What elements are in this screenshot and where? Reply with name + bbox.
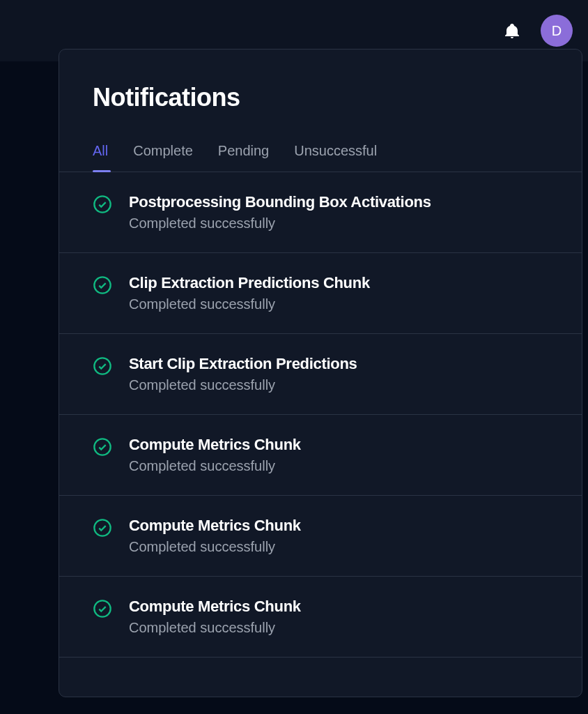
panel-header: Notifications [59,50,582,112]
panel-title: Notifications [93,83,548,112]
avatar-letter: D [552,23,562,39]
notification-title: Start Clip Extraction Predictions [129,355,357,373]
notification-subtitle: Completed successfully [129,458,301,474]
tab-label: Pending [218,143,269,158]
notification-item[interactable]: Compute Metrics Chunk Completed successf… [59,415,582,496]
notification-item[interactable]: Compute Metrics Chunk Completed successf… [59,577,582,658]
notification-title: Compute Metrics Chunk [129,517,301,535]
tabs: All Complete Pending Unsuccessful [59,143,582,172]
svg-point-0 [94,196,110,212]
notification-text: Postprocessing Bounding Box Activations … [129,193,431,231]
tab-all[interactable]: All [93,143,108,172]
tab-complete[interactable]: Complete [133,143,193,172]
notifications-panel: Notifications All Complete Pending Unsuc… [59,49,582,697]
bell-icon[interactable] [503,22,521,40]
check-circle-icon [93,437,112,457]
notification-subtitle: Completed successfully [129,296,370,312]
notification-title: Clip Extraction Predictions Chunk [129,274,370,292]
tab-label: All [93,143,108,158]
avatar[interactable]: D [541,15,573,47]
notification-text: Clip Extraction Predictions Chunk Comple… [129,274,370,312]
tab-unsuccessful[interactable]: Unsuccessful [294,143,377,172]
check-circle-icon [93,275,112,295]
notification-title: Compute Metrics Chunk [129,598,301,616]
notification-text: Compute Metrics Chunk Completed successf… [129,436,301,474]
notification-title: Postprocessing Bounding Box Activations [129,193,431,211]
tab-pending[interactable]: Pending [218,143,269,172]
tab-label: Unsuccessful [294,143,377,158]
svg-point-2 [94,358,110,374]
check-circle-icon [93,195,112,214]
notification-subtitle: Completed successfully [129,539,301,555]
tab-label: Complete [133,143,193,158]
notification-subtitle: Completed successfully [129,215,431,231]
notification-item[interactable]: Clip Extraction Predictions Chunk Comple… [59,253,582,334]
notification-item[interactable]: Postprocessing Bounding Box Activations … [59,172,582,253]
notification-text: Compute Metrics Chunk Completed successf… [129,598,301,636]
notification-subtitle: Completed successfully [129,620,301,636]
svg-point-1 [94,277,110,293]
notification-item[interactable]: Start Clip Extraction Predictions Comple… [59,334,582,415]
notification-item[interactable]: Compute Metrics Chunk Completed successf… [59,496,582,577]
notification-text: Start Clip Extraction Predictions Comple… [129,355,357,393]
check-circle-icon [93,599,112,618]
svg-point-5 [94,600,110,616]
notification-title: Compute Metrics Chunk [129,436,301,454]
check-circle-icon [93,356,112,376]
svg-point-3 [94,439,110,455]
check-circle-icon [93,518,112,538]
svg-point-4 [94,519,110,536]
notifications-list: Postprocessing Bounding Box Activations … [59,172,582,697]
notification-text: Compute Metrics Chunk Completed successf… [129,517,301,555]
notification-subtitle: Completed successfully [129,377,357,393]
